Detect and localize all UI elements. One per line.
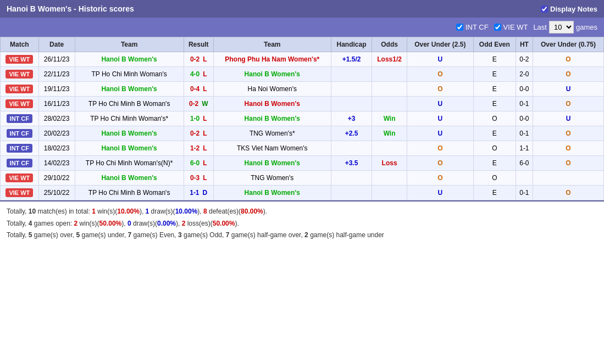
table-row: INT CF20/02/23Hanoi B Women's0-2LTNG Wom… (1, 126, 604, 141)
ht-score: 2-0 (516, 67, 533, 82)
int-cf-filter[interactable]: INT CF (456, 23, 489, 31)
header-controls: Display Notes (541, 5, 597, 13)
ht-score: 0-0 (516, 111, 533, 126)
over-under-2-5: O (407, 141, 473, 156)
vie-wt-filter[interactable]: VIE WT (494, 23, 528, 31)
handicap-value (331, 97, 372, 111)
over-under-2-5: U (407, 111, 473, 126)
col-ht: HT (516, 37, 533, 52)
match-badge-cell: VIE WT (1, 171, 39, 186)
odd-even-value: E (473, 52, 516, 67)
team1-name: Hanoi B Women's (75, 126, 184, 141)
over-under-0-75: O (533, 52, 603, 67)
handicap-value: +2.5 (331, 126, 372, 141)
col-team2: Team (213, 37, 331, 52)
ht-score: 6-0 (516, 156, 533, 171)
col-odd-even: Odd Even (473, 37, 516, 52)
odds-value (372, 82, 407, 97)
col-team1: Team (75, 37, 184, 52)
team2-name: Hanoi B Women's (213, 67, 331, 82)
match-badge-cell: INT CF (1, 156, 39, 171)
match-badge: VIE WT (5, 188, 33, 197)
match-badge: VIE WT (5, 99, 33, 108)
over-under-2-5: O (407, 156, 473, 171)
match-date: 14/02/23 (38, 156, 75, 171)
match-result: 0-2W (184, 97, 213, 111)
ht-score: 0-1 (516, 186, 533, 200)
team1-name: TP Ho Chi Minh B Woman's (75, 97, 184, 111)
odds-value (372, 67, 407, 82)
match-badge-cell: VIE WT (1, 97, 39, 111)
display-notes-checkbox[interactable]: Display Notes (541, 5, 597, 13)
odds-value: Loss (372, 156, 407, 171)
over-under-2-5: O (407, 171, 473, 186)
team1-name: TP Ho Chi Minh B Woman's (75, 186, 184, 200)
team2-name: Phong Phu Ha Nam Women's* (213, 52, 331, 67)
footer-line-2: Totally, 4 games open: 2 win(s)(50.00%),… (7, 218, 597, 230)
footer-line-1: Totally, 10 match(es) in total: 1 win(s)… (7, 206, 597, 218)
last-label: Last (533, 23, 547, 31)
int-cf-checkbox[interactable] (456, 24, 463, 31)
match-badge-cell: INT CF (1, 111, 39, 126)
table-row: VIE WT26/11/23Hanoi B Women's0-2LPhong P… (1, 52, 604, 67)
table-row: VIE WT25/10/22TP Ho Chi Minh B Woman's1-… (1, 186, 604, 200)
games-select[interactable]: 51015202530 (549, 21, 574, 33)
team2-name: Hanoi B Women's (213, 186, 331, 200)
over-under-0-75: O (533, 67, 603, 82)
display-notes-label: Display Notes (550, 5, 597, 13)
table-row: INT CF28/02/23TP Ho Chi Minh Woman's*1-0… (1, 111, 604, 126)
over-under-0-75: O (533, 126, 603, 141)
team1-name: Hanoi B Women's (75, 82, 184, 97)
match-result: 1-1D (184, 186, 213, 200)
match-badge: VIE WT (5, 85, 33, 93)
match-badge-cell: INT CF (1, 141, 39, 156)
match-badge-cell: VIE WT (1, 186, 39, 200)
handicap-value: +3.5 (331, 156, 372, 171)
ht-score: 0-0 (516, 82, 533, 97)
over-under-2-5: O (407, 67, 473, 82)
col-ou25: Over Under (2.5) (407, 37, 473, 52)
odd-even-value: E (473, 186, 516, 200)
match-date: 16/11/23 (38, 97, 75, 111)
table-row: INT CF18/02/23Hanoi B Women's1-2LTKS Vie… (1, 141, 604, 156)
int-cf-label: INT CF (466, 23, 489, 31)
match-badge-cell: VIE WT (1, 52, 39, 67)
over-under-0-75: O (533, 186, 603, 200)
match-badge: VIE WT (5, 70, 33, 79)
odd-even-value: O (473, 111, 516, 126)
odds-value: Win (372, 126, 407, 141)
vie-wt-checkbox[interactable] (494, 24, 501, 31)
handicap-value: +1.5/2 (331, 52, 372, 67)
col-match: Match (1, 37, 39, 52)
col-handicap: Handicap (331, 37, 372, 52)
over-under-0-75: O (533, 97, 603, 111)
col-result: Result (184, 37, 213, 52)
odd-even-value: O (473, 141, 516, 156)
match-result: 0-2L (184, 126, 213, 141)
last-games-filter: Last 51015202530 games (533, 21, 597, 33)
team1-name: TP Ho Chi Minh Woman's(N)* (75, 156, 184, 171)
team1-name: Hanoi B Women's (75, 171, 184, 186)
odd-even-value: E (473, 97, 516, 111)
match-result: 0-4L (184, 82, 213, 97)
match-result: 1-0L (184, 111, 213, 126)
odd-even-value: E (473, 82, 516, 97)
team2-name: TNG Women's* (213, 126, 331, 141)
match-date: 25/10/22 (38, 186, 75, 200)
col-ou075: Over Under (0.75) (533, 37, 603, 52)
ht-score: 0-2 (516, 52, 533, 67)
match-date: 18/02/23 (38, 141, 75, 156)
team2-name: Hanoi B Women's (213, 156, 331, 171)
odds-value: Win (372, 111, 407, 126)
match-date: 20/02/23 (38, 126, 75, 141)
handicap-value: +3 (331, 111, 372, 126)
team1-name: Hanoi B Women's (75, 52, 184, 67)
handicap-value (331, 82, 372, 97)
team1-name: Hanoi B Women's (75, 141, 184, 156)
odds-value (372, 171, 407, 186)
handicap-value (331, 171, 372, 186)
over-under-2-5: O (407, 82, 473, 97)
table-header-row: Match Date Team Result Team Handicap Odd… (1, 37, 604, 52)
match-badge: INT CF (7, 114, 32, 123)
match-result: 0-2L (184, 52, 213, 67)
